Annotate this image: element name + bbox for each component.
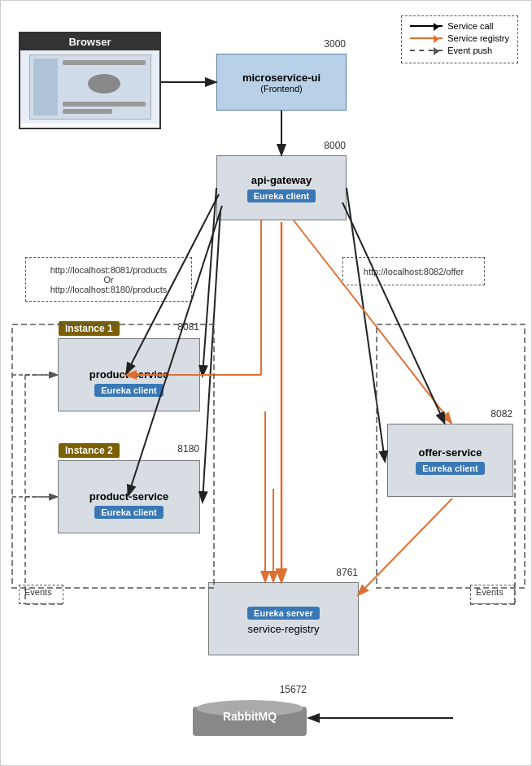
rabbitmq-container: 15672 RabbitMQ: [193, 700, 307, 736]
product-instance2-eureka: Eureka client: [94, 506, 163, 519]
events-right-label: Events: [476, 587, 504, 597]
legend: Service call Service registry Event push: [401, 15, 518, 63]
microservice-ui-port: 3000: [324, 38, 346, 50]
svg-line-4: [347, 188, 385, 460]
offer-service-box: 8082 offer-service Eureka client: [387, 424, 513, 497]
events-right-box: Events: [470, 585, 515, 604]
browser-screen: [29, 54, 151, 120]
product-instance1-name: product-service: [89, 368, 169, 381]
browser-main: [61, 59, 147, 115]
microservice-ui-box: 3000 microservice-ui (Frontend): [216, 54, 347, 111]
product-service-instance1-box: Instance 1 8081 product-service Eureka c…: [58, 338, 200, 411]
browser-title: Browser: [20, 33, 159, 50]
mock-line-2: [63, 102, 146, 107]
rabbitmq-label: RabbitMQ: [193, 710, 307, 723]
browser-content: [20, 50, 159, 124]
rabbitmq-port: 15672: [280, 684, 307, 695]
events-left-box: Events: [19, 585, 63, 604]
service-registry-line-icon: [410, 37, 443, 39]
instance1-label: Instance 1: [59, 321, 120, 336]
api-gateway-name: api-gateway: [251, 174, 312, 186]
eureka-server-badge: Eureka server: [247, 607, 320, 620]
events-left-label: Events: [24, 587, 52, 597]
offer-service-eureka: Eureka client: [416, 462, 484, 475]
eureka-server-port: 8761: [336, 567, 358, 578]
browser-sidebar: [33, 59, 58, 115]
legend-service-call: Service call: [410, 21, 509, 31]
product-service-instance2-box: Instance 2 8180 product-service Eureka c…: [58, 460, 200, 533]
api-gateway-box: 8000 api-gateway Eureka client: [216, 155, 347, 220]
microservice-ui-name: microservice-ui: [242, 72, 321, 84]
offer-url-box: http://localhost:8082/offer: [342, 257, 485, 285]
product-instance1-port: 8081: [177, 321, 199, 333]
legend-service-call-label: Service call: [447, 21, 493, 31]
api-gateway-eureka: Eureka client: [247, 189, 316, 202]
legend-event-push: Event push: [410, 46, 509, 55]
product-instance2-port: 8180: [177, 443, 199, 455]
svg-line-26: [342, 202, 444, 422]
legend-service-registry: Service registry: [410, 33, 509, 43]
products-url-box: http://localhost:8081/productsOrhttp://l…: [25, 257, 192, 302]
svg-line-3: [203, 211, 220, 501]
product-instance2-name: product-service: [89, 490, 169, 503]
rabbitmq-cylinder: RabbitMQ: [193, 700, 307, 736]
offer-url-text: http://localhost:8082/offer: [364, 267, 464, 276]
offer-service-name: offer-service: [418, 446, 482, 459]
products-url-text: http://localhost:8081/productsOrhttp://l…: [50, 265, 168, 294]
mock-line-1: [63, 60, 146, 65]
offer-service-port: 8082: [491, 408, 512, 420]
event-push-line-icon: [410, 50, 443, 51]
svg-line-10: [359, 498, 452, 594]
mock-line-3: [63, 109, 112, 114]
eureka-server-name: service-registry: [247, 623, 319, 635]
svg-line-9: [294, 220, 451, 422]
mock-img: [88, 74, 120, 94]
legend-event-push-label: Event push: [447, 46, 492, 55]
api-gateway-port: 8000: [324, 140, 346, 151]
legend-service-registry-label: Service registry: [447, 33, 509, 43]
diagram-container: Service call Service registry Event push…: [1, 1, 532, 766]
microservice-ui-subtitle: (Frontend): [260, 84, 302, 94]
service-call-line-icon: [410, 25, 443, 27]
svg-line-2: [203, 188, 216, 375]
instance2-label: Instance 2: [59, 443, 120, 458]
eureka-server-box: 8761 Eureka server service-registry: [208, 582, 359, 655]
browser-box: Browser: [19, 32, 161, 129]
product-instance1-eureka: Eureka client: [94, 384, 163, 397]
